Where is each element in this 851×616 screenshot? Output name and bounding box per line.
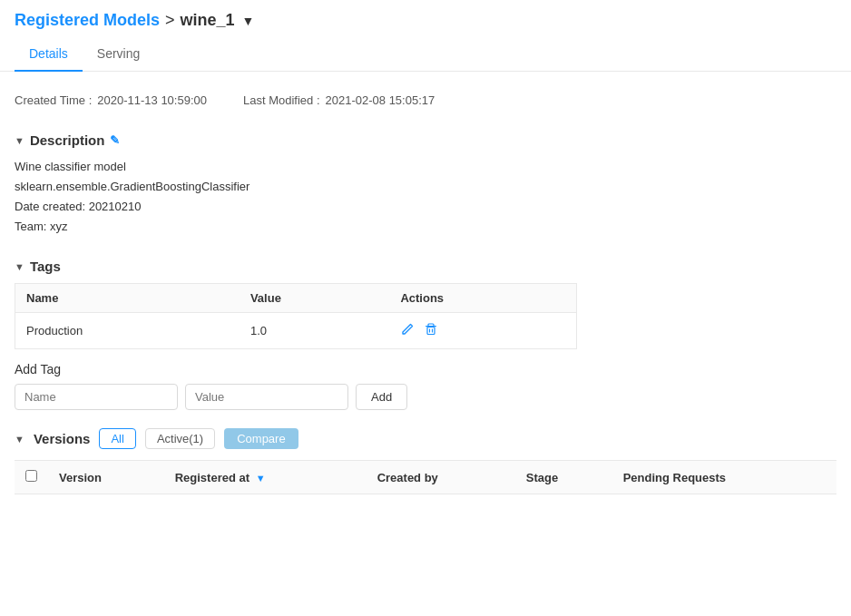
tag-name-cell: Production — [15, 313, 240, 349]
tag-edit-icon[interactable] — [400, 322, 415, 339]
description-section-header[interactable]: ▼ Description ✎ — [15, 132, 836, 148]
breadcrumb-current: wine_1 — [181, 11, 235, 30]
versions-compare-button[interactable]: Compare — [224, 428, 298, 449]
description-line-4: Team: xyz — [15, 217, 836, 237]
add-tag-value-input[interactable] — [185, 384, 348, 410]
versions-col-stage: Stage — [515, 461, 612, 494]
versions-col-checkbox — [15, 461, 48, 494]
tags-table: Name Value Actions Production 1.0 — [15, 283, 577, 349]
breadcrumb-separator: > — [165, 11, 175, 30]
meta-info-row: Created Time : 2020-11-13 10:59:00 Last … — [15, 86, 836, 122]
versions-table: Version Registered at ▼ Created by Stage… — [15, 460, 836, 494]
description-chevron-icon: ▼ — [15, 135, 24, 146]
tab-details[interactable]: Details — [15, 37, 83, 72]
tags-section-header[interactable]: ▼ Tags — [15, 259, 836, 274]
add-tag-inputs: Add — [15, 384, 836, 410]
svg-rect-1 — [427, 328, 435, 335]
versions-col-version: Version — [48, 461, 164, 494]
created-time-item: Created Time : 2020-11-13 10:59:00 — [15, 93, 207, 107]
modified-time-item: Last Modified : 2021-02-08 15:05:17 — [243, 93, 435, 107]
breadcrumb: Registered Models > wine_1 ▼ — [0, 0, 851, 37]
tag-actions-cell — [389, 313, 576, 349]
description-line-3: Date created: 20210210 — [15, 197, 836, 217]
versions-col-registered-at: Registered at ▼ — [164, 461, 367, 494]
created-time-label: Created Time : — [15, 93, 92, 107]
versions-filter-active-button[interactable]: Active(1) — [145, 428, 215, 449]
tags-table-header-row: Name Value Actions — [15, 284, 577, 313]
tags-col-actions: Actions — [389, 284, 576, 313]
versions-col-pending-requests: Pending Requests — [612, 461, 836, 494]
description-line-1: Wine classifier model — [15, 157, 836, 177]
versions-col-created-by: Created by — [367, 461, 515, 494]
tags-col-value: Value — [240, 284, 390, 313]
registered-at-sort-icon[interactable]: ▼ — [256, 473, 266, 484]
versions-title: Versions — [34, 431, 91, 446]
tags-chevron-icon: ▼ — [15, 261, 24, 272]
add-tag-name-input[interactable] — [15, 384, 178, 410]
add-tag-button[interactable]: Add — [356, 384, 407, 410]
tab-serving[interactable]: Serving — [83, 37, 154, 72]
tags-title: Tags — [30, 259, 61, 274]
versions-section-header: ▼ Versions All Active(1) Compare — [15, 428, 836, 449]
table-row: Production 1.0 — [15, 313, 577, 349]
tag-delete-icon[interactable] — [424, 322, 438, 339]
modified-time-value: 2021-02-08 15:05:17 — [326, 93, 435, 107]
description-text: Wine classifier model sklearn.ensemble.G… — [15, 157, 836, 248]
created-time-value: 2020-11-13 10:59:00 — [97, 93, 207, 107]
breadcrumb-parent-link[interactable]: Registered Models — [15, 11, 160, 30]
versions-table-header-row: Version Registered at ▼ Created by Stage… — [15, 461, 836, 494]
tag-action-icons — [400, 322, 565, 339]
main-content: Created Time : 2020-11-13 10:59:00 Last … — [0, 72, 851, 494]
versions-select-all-checkbox[interactable] — [25, 470, 37, 482]
description-line-2: sklearn.ensemble.GradientBoostingClassif… — [15, 177, 836, 197]
description-edit-icon[interactable]: ✎ — [110, 133, 120, 147]
versions-filter-all-button[interactable]: All — [99, 428, 135, 449]
description-title: Description — [30, 132, 105, 148]
modified-time-label: Last Modified : — [243, 93, 320, 107]
breadcrumb-dropdown-icon[interactable]: ▼ — [242, 14, 255, 28]
tab-bar: Details Serving — [0, 37, 851, 72]
versions-chevron-icon: ▼ — [15, 434, 24, 445]
tag-value-cell: 1.0 — [240, 313, 390, 349]
tags-col-name: Name — [15, 284, 240, 313]
add-tag-section: Add Tag Add — [15, 362, 836, 410]
add-tag-label: Add Tag — [15, 362, 836, 376]
